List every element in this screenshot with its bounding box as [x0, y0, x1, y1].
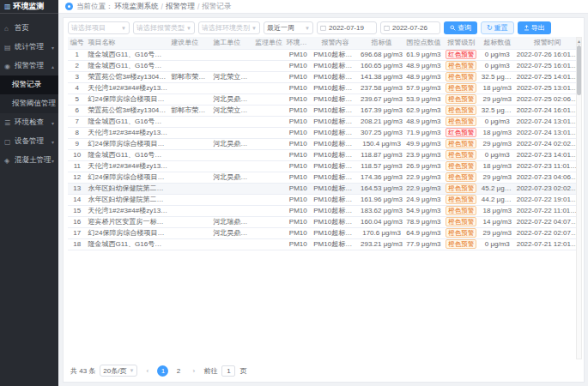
table-row[interactable]: 13永年区妇幼保健院第二期zy1..PM10PM10超标报警164.53 μg/… — [68, 183, 580, 194]
table-row[interactable]: 18隆金城西G11、G16号楼项目PM10PM10超标报警293.21 μg/m… — [68, 238, 580, 250]
column-header-excess: 超标数值 — [480, 37, 515, 49]
table-row[interactable]: 11天伦湾1#2#3#4#楼zy13042..PM10PM10超标报警118.5… — [68, 160, 580, 172]
sidebar-item-device-management[interactable]: ▢ 设备管理 ▾ — [0, 132, 58, 151]
cell-constructor — [211, 82, 253, 93]
cell-env: PM10 — [284, 127, 312, 138]
cell-time: 2022-07-25 13:01:56 — [515, 82, 580, 93]
next-page-button[interactable]: › — [188, 365, 199, 377]
sidebar-item-alarm-threshold[interactable]: 报警阈值管理 — [0, 94, 58, 113]
project-select[interactable]: 请选择项目 ▼ — [68, 21, 130, 34]
cell-builder — [169, 194, 211, 205]
cell-supervisor — [253, 93, 284, 105]
cell-no: 14 — [68, 194, 87, 205]
goto-page-input[interactable] — [221, 365, 235, 377]
cell-constructor: 河北荣立建筑工.. — [211, 71, 253, 82]
sidebar-item-home[interactable]: ⌂ 首页 — [0, 19, 58, 38]
cell-builder — [169, 216, 211, 227]
cell-no: 12 — [68, 172, 87, 183]
cell-content: PM10超标报警 — [312, 216, 359, 227]
cell-supervisor — [253, 160, 284, 172]
cell-value: 237.58 μg/m3 — [359, 82, 404, 93]
cell-value: 293.21 μg/m3 — [359, 238, 404, 250]
cell-excess: 0 μg/m3 — [480, 149, 515, 160]
cell-no: 3 — [68, 71, 87, 82]
table-row[interactable]: 6荣置苑公馆3#楼zy130469..邯郸市荣晟房地产..河北荣立建筑工..PM… — [68, 105, 580, 116]
start-date-input[interactable]: 2022-07-19 — [317, 21, 377, 34]
alarm-level-badge: 橙色预警 — [446, 83, 476, 93]
table-row[interactable]: 10隆金城西G11、G16号楼项目PM10PM10超标报警118.87 μg/m… — [68, 149, 580, 160]
cell-env: PM10 — [284, 49, 312, 60]
breadcrumb-item-alarm[interactable]: 报警管理 — [166, 2, 195, 12]
cell-value: 170.6 μg/m3 — [359, 227, 404, 238]
table-row[interactable]: 14永年区妇幼保健院第二期zy1..PM10PM10超标报警161.96 μg/… — [68, 194, 580, 205]
search-icon — [450, 25, 456, 31]
cell-value: 161.96 μg/m3 — [359, 194, 404, 205]
sidebar-item-env-inspection[interactable]: ☰ 环境检查 ▾ — [0, 113, 58, 132]
cell-national: 23.9 μg/m3 — [404, 149, 442, 160]
calendar-icon — [384, 25, 390, 31]
breadcrumb-item-system[interactable]: 环境监测系统 — [115, 2, 159, 12]
table-row[interactable]: 16迎宾桥片区安置房一标段zb..河北瑞鼎建设集..PM10PM10超标报警16… — [68, 216, 580, 227]
location-pin-icon: ◈ — [4, 157, 12, 165]
table-scrollbar[interactable]: ▲ — [576, 37, 582, 359]
export-button[interactable]: 导出 — [518, 21, 551, 34]
search-button[interactable]: 查询 — [444, 21, 477, 34]
scrollbar-up-arrow-icon[interactable]: ▲ — [577, 38, 581, 45]
cell-project: 荣置苑公馆3#楼zy130469.. — [87, 71, 170, 82]
sidebar-item-alarm-management[interactable]: ◉ 报警管理 ▴ — [0, 57, 58, 75]
table-row[interactable]: 15天伦湾1#2#3#4#楼zy13042..PM10PM10超标报警183.6… — [68, 205, 580, 216]
cell-national: 57.9 μg/m3 — [404, 82, 442, 93]
alarm-type-select[interactable]: 请选择报警类型 ▼ — [133, 21, 195, 34]
table-row[interactable]: 1隆金城西G11、G16号楼项目PM10PM10超标报警696.68 μg/m3… — [68, 49, 580, 60]
cell-value: 141.38 μg/m3 — [359, 71, 404, 82]
cell-level: 橙色预警 — [443, 238, 480, 250]
cell-level: 橙色预警 — [443, 93, 480, 105]
cell-excess: 29 μg/m3 — [480, 172, 515, 183]
sidebar-item-statistics[interactable]: ▤ 统计管理 ▾ — [0, 38, 58, 57]
sidebar-item-concrete-management[interactable]: ◈ 混凝土管理 ▾ — [0, 151, 58, 170]
page-number-1[interactable]: 1 — [157, 365, 168, 377]
app-title: 环境监测 — [14, 1, 45, 12]
table-row[interactable]: 9幻24保障房综合楼项目续建..河北昊鼎建筑工..PM10PM10超标报警150… — [68, 138, 580, 149]
cell-time: 2022-07-25 16:01:29 — [515, 60, 580, 71]
cell-time: 2022-07-25 14:01:42 — [515, 71, 580, 82]
cell-content: PM10超标报警 — [312, 116, 359, 127]
table-row[interactable]: 3荣置苑公馆3#楼zy130469..邯郸市荣晟房地产..河北荣立建筑工..PM… — [68, 71, 580, 82]
page-number-2[interactable]: 2 — [173, 365, 184, 377]
cell-env: PM10 — [284, 160, 312, 172]
cell-constructor — [211, 160, 253, 172]
reset-button[interactable]: ↻ 重置 — [481, 21, 514, 34]
table-row[interactable]: 5幻24保障房综合楼项目续建..河北昊鼎建筑工..PM10PM10超标报警239… — [68, 93, 580, 105]
cell-national: 64.9 μg/m3 — [404, 227, 442, 238]
scrollbar-thumb[interactable] — [577, 45, 581, 95]
alarm-level-badge: 橙色预警 — [446, 106, 476, 115]
cell-time: 2022-07-23 02:02:05 — [515, 183, 580, 194]
table-row[interactable]: 8天伦湾1#2#3#4#楼zy13042..PM10PM10超标报警307.25… — [68, 127, 580, 138]
alarm-submenu: 报警记录 报警阈值管理 — [0, 75, 58, 113]
alarm-level-badge: 红色预警 — [446, 128, 476, 137]
goto-suffix: 页 — [239, 366, 246, 376]
breadcrumb-item-records: 报警记录 — [202, 2, 231, 12]
cell-no: 8 — [68, 127, 87, 138]
end-date-input[interactable]: 2022-07-26 — [380, 21, 440, 34]
cell-env: PM10 — [284, 183, 312, 194]
cell-builder — [169, 238, 211, 250]
cell-no: 9 — [68, 138, 87, 149]
prev-page-button[interactable]: ‹ — [142, 365, 153, 377]
table-row[interactable]: 7隆金城西G11、G16号楼项目PM10PM10超标报警208.21 μg/m3… — [68, 116, 580, 127]
table-row[interactable]: 4天伦湾1#2#3#4#楼zy13042..PM10PM10超标报警237.58… — [68, 82, 580, 93]
env-type-select[interactable]: 请选择环境类别 ▼ — [198, 21, 260, 34]
cell-excess: 45.2 μg/m3 — [480, 183, 515, 194]
table-row[interactable]: 17幻24保障房综合楼项目续建..河北昊鼎建筑工..PM10PM10超标报警17… — [68, 227, 580, 238]
cell-supervisor — [253, 105, 284, 116]
date-range-select[interactable]: 最近一周 ▼ — [264, 21, 313, 34]
cell-supervisor — [253, 82, 284, 93]
alarm-records-table: 编号项目名称建设单位施工单位监理单位环境类别报警内容指标值国控点数值报警级别超标… — [68, 37, 580, 250]
page-size-select[interactable]: 20条/页 ▼ — [100, 365, 137, 377]
cell-project: 永年区妇幼保健院第二期zy1.. — [87, 183, 170, 194]
table-row[interactable]: 2隆金城西G11、G16号楼项目PM10PM10超标报警160.65 μg/m3… — [68, 60, 580, 71]
cell-project: 幻24保障房综合楼项目续建.. — [87, 172, 170, 183]
table-row[interactable]: 12幻24保障房综合楼项目续建..河北昊鼎建筑工..PM10PM10超标报警17… — [68, 172, 580, 183]
sidebar-item-alarm-records[interactable]: 报警记录 — [0, 75, 58, 94]
cell-excess: 0 μg/m3 — [480, 49, 515, 60]
